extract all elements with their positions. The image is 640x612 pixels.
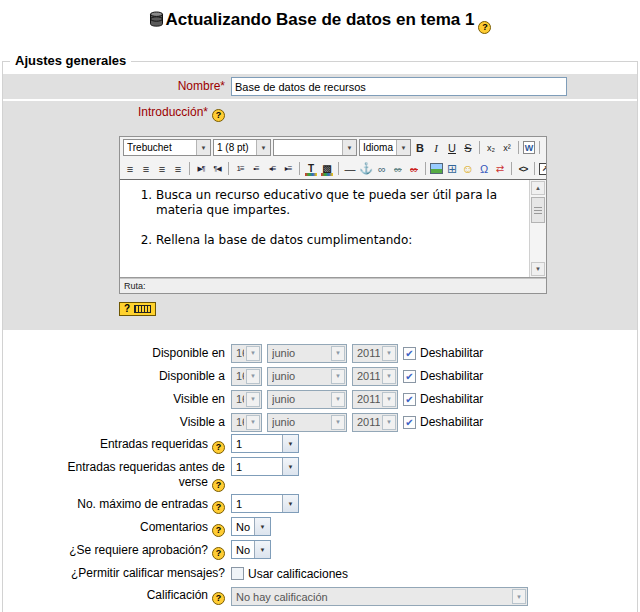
align-justify-icon[interactable]: ≡ bbox=[171, 161, 185, 176]
chevron-down-icon: ▼ bbox=[396, 140, 410, 155]
entradas-requeridas-row: Entradas requeridas? 1▼ bbox=[3, 434, 637, 455]
introduccion-label: Introducción*? bbox=[3, 105, 231, 122]
find-replace-icon[interactable]: ⇄ bbox=[493, 161, 507, 176]
calificacion-select[interactable]: No hay calificación▼ bbox=[231, 587, 528, 606]
editor-text[interactable]: Busca un recurso educativo que te pueda … bbox=[120, 180, 529, 277]
font-color-icon[interactable]: T bbox=[304, 161, 318, 176]
align-left-icon[interactable]: ≡ bbox=[123, 161, 137, 176]
nombre-input[interactable] bbox=[231, 77, 567, 96]
disable-checkbox[interactable]: ✔ bbox=[403, 370, 416, 383]
day-select[interactable]: 16▼ bbox=[231, 367, 262, 386]
anchor-icon[interactable]: ⚓ bbox=[359, 161, 373, 176]
disable-checkbox[interactable]: ✔ bbox=[403, 416, 416, 429]
comentarios-select[interactable]: No▼ bbox=[231, 517, 271, 536]
insert-smiley-icon[interactable]: ☺ bbox=[461, 161, 475, 176]
scroll-down-icon[interactable]: ▼ bbox=[531, 262, 545, 276]
year-select[interactable]: 2011▼ bbox=[352, 367, 398, 386]
underline-icon[interactable]: U bbox=[445, 140, 459, 155]
editor-toolbar-row1: Trebuchet▼ 1 (8 pt)▼ ▼ Idioma▼ BIUSx₂x²W… bbox=[120, 137, 546, 158]
outdent-icon[interactable]: ◂≡ bbox=[265, 161, 279, 176]
field-label: No. máximo de entradas? bbox=[3, 494, 231, 514]
unordered-list-icon[interactable]: •≡ bbox=[249, 161, 263, 176]
aprobacion-row: ¿Se requiere aprobación?? No▼ bbox=[3, 540, 637, 561]
chevron-down-icon: ▼ bbox=[342, 140, 356, 155]
insert-table-icon[interactable]: ⊞ bbox=[445, 161, 459, 176]
usar-calificaciones-checkbox[interactable] bbox=[231, 567, 244, 580]
superscript-icon[interactable]: x² bbox=[500, 140, 514, 155]
help-icon[interactable]: ? bbox=[212, 501, 225, 514]
help-icon[interactable]: ? bbox=[212, 479, 225, 492]
permitir-calificar-row: ¿Permitir calificar mensajes? Usar calif… bbox=[3, 563, 637, 584]
unlink-icon[interactable]: ∞ bbox=[391, 161, 405, 176]
editor-list-item: Busca un recurso educativo que te pueda … bbox=[156, 188, 527, 218]
nombre-row: Nombre* bbox=[3, 74, 637, 99]
keyboard-icon bbox=[134, 305, 151, 313]
direction-rtl-icon[interactable]: ¶◀ bbox=[210, 161, 224, 176]
disponible-a-row: Disponible a 16▼ junio▼ 2011▼ ✔ Deshabil… bbox=[3, 365, 637, 387]
scroll-up-icon[interactable]: ▲ bbox=[531, 181, 545, 195]
direction-ltr-icon[interactable]: ▶¶ bbox=[194, 161, 208, 176]
toolbar-separator bbox=[518, 141, 519, 154]
undo-icon[interactable]: ↶ bbox=[544, 140, 546, 155]
help-icon[interactable]: ? bbox=[212, 441, 225, 454]
chevron-down-icon: ▼ bbox=[246, 346, 260, 361]
subscript-icon[interactable]: x₂ bbox=[484, 140, 498, 155]
enlarge-editor-icon[interactable]: ↗ bbox=[539, 163, 546, 175]
checkbox-label: Deshabilitar bbox=[420, 369, 483, 383]
font-select[interactable]: Trebuchet▼ bbox=[123, 139, 211, 156]
checkbox-label: Deshabilitar bbox=[420, 392, 483, 406]
italic-icon[interactable]: I bbox=[429, 140, 443, 155]
page-title-text: Actualizando Base de datos en tema 1 bbox=[166, 10, 475, 29]
day-select[interactable]: 16▼ bbox=[231, 413, 262, 432]
background-color-icon[interactable]: ▧ bbox=[320, 161, 334, 176]
language-select[interactable]: Idioma▼ bbox=[359, 139, 411, 156]
chevron-down-icon: ▼ bbox=[282, 435, 298, 452]
clean-word-html-icon[interactable]: W bbox=[523, 141, 535, 154]
disable-checkbox[interactable]: ✔ bbox=[403, 393, 416, 406]
month-select[interactable]: junio▼ bbox=[267, 344, 347, 363]
editor-content-area[interactable]: Busca un recurso educativo que te pueda … bbox=[120, 179, 546, 278]
bold-icon[interactable]: B bbox=[413, 140, 427, 155]
day-select[interactable]: 16▼ bbox=[231, 344, 262, 363]
toolbar-separator bbox=[511, 162, 512, 175]
indent-icon[interactable]: ▸≡ bbox=[281, 161, 295, 176]
toolbar-separator bbox=[539, 141, 540, 154]
font-size-select[interactable]: 1 (8 pt)▼ bbox=[213, 139, 271, 156]
entradas-antes-verse-select[interactable]: 1▼ bbox=[231, 457, 299, 476]
field-label: Visible a bbox=[3, 415, 231, 430]
entradas-requeridas-select[interactable]: 1▼ bbox=[231, 434, 299, 453]
month-select[interactable]: junio▼ bbox=[267, 367, 347, 386]
help-icon[interactable]: ? bbox=[212, 524, 225, 537]
strikethrough-icon[interactable]: S bbox=[461, 140, 475, 155]
month-select[interactable]: junio▼ bbox=[267, 413, 347, 432]
editor-help-button[interactable]: ? bbox=[119, 302, 156, 316]
help-icon[interactable]: ? bbox=[478, 21, 491, 34]
chevron-down-icon: ▼ bbox=[331, 346, 345, 361]
insert-image-icon[interactable]: ▦ bbox=[430, 163, 443, 174]
year-select[interactable]: 2011▼ bbox=[352, 344, 398, 363]
insert-link-icon[interactable]: ∞ bbox=[375, 161, 389, 176]
day-select[interactable]: 16▼ bbox=[231, 390, 262, 409]
field-label: Disponible a bbox=[3, 369, 231, 384]
horizontal-rule-icon[interactable]: — bbox=[343, 161, 357, 176]
align-right-icon[interactable]: ≡ bbox=[155, 161, 169, 176]
help-icon[interactable]: ? bbox=[212, 592, 225, 605]
month-select[interactable]: junio▼ bbox=[267, 390, 347, 409]
html-source-icon[interactable]: <> bbox=[516, 161, 530, 176]
field-label: Comentarios? bbox=[3, 517, 231, 537]
year-select[interactable]: 2011▼ bbox=[352, 390, 398, 409]
help-icon[interactable]: ? bbox=[212, 109, 225, 122]
maximo-entradas-select[interactable]: 1▼ bbox=[231, 494, 299, 513]
chevron-down-icon: ▼ bbox=[382, 392, 396, 407]
align-center-icon[interactable]: ≡ bbox=[139, 161, 153, 176]
help-icon[interactable]: ? bbox=[212, 547, 225, 560]
ordered-list-icon[interactable]: 1≡ bbox=[233, 161, 247, 176]
prevent-autolink-icon[interactable]: ∞ bbox=[407, 161, 421, 176]
year-select[interactable]: 2011▼ bbox=[352, 413, 398, 432]
paragraph-style-select[interactable]: ▼ bbox=[273, 139, 357, 156]
insert-special-char-icon[interactable]: Ω bbox=[477, 161, 491, 176]
scrollbar-thumb[interactable] bbox=[531, 197, 545, 223]
aprobacion-select[interactable]: No▼ bbox=[231, 540, 271, 559]
editor-scrollbar[interactable]: ▲ ▼ bbox=[529, 180, 546, 277]
disable-checkbox[interactable]: ✔ bbox=[403, 347, 416, 360]
